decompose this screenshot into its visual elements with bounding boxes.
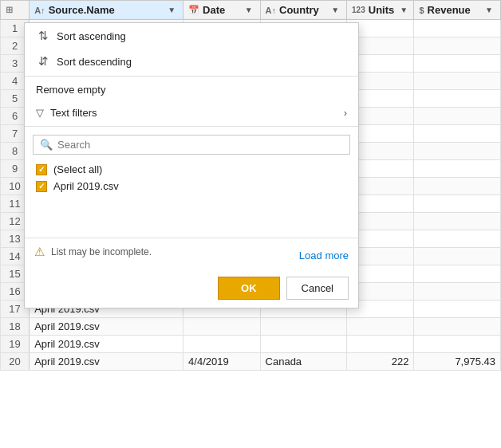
revenue-cell — [414, 20, 501, 37]
search-box: 🔍 — [33, 135, 350, 155]
ok-button[interactable]: OK — [218, 277, 280, 300]
checkmark-icon: ✓ — [38, 165, 45, 174]
table-row[interactable]: 20 April 2019.csv 4/4/2019 Canada 222 7,… — [1, 353, 501, 371]
col-date-label: Date — [203, 4, 225, 16]
select-all-label: (Select all) — [53, 163, 102, 175]
revenue-cell — [414, 248, 501, 265]
source-cell: April 2019.csv — [30, 318, 183, 336]
revenue-cell — [414, 73, 501, 90]
country-type-icon: A↑ — [266, 6, 276, 15]
text-filters-item[interactable]: ▽ Text filters › — [25, 101, 358, 124]
filter-icon: ▽ — [36, 107, 44, 119]
divider-2 — [25, 126, 358, 127]
incomplete-warning: ⚠ List may be incomplete. — [34, 245, 152, 259]
incomplete-warning-text: List may be incomplete. — [51, 246, 152, 257]
col-country-label: Country — [279, 4, 319, 16]
sort-descending-item[interactable]: ⇵ Sort descending — [25, 49, 358, 74]
revenue-cell — [414, 143, 501, 160]
source-dropdown-button[interactable]: ▼ — [165, 5, 178, 15]
units-type-icon: 123 — [352, 6, 365, 14]
filter-dropdown: ⇅ Sort ascending ⇵ Sort descending Remov… — [24, 22, 359, 308]
revenue-cell — [414, 108, 501, 125]
search-container: 🔍 — [25, 128, 358, 158]
dropdown-footer: ⚠ List may be incomplete. Load more — [25, 238, 358, 272]
col-units-label: Units — [369, 4, 395, 16]
date-cell — [183, 336, 260, 353]
table-row[interactable]: 18 April 2019.csv — [1, 318, 501, 336]
text-filters-left: ▽ Text filters — [36, 107, 97, 119]
row-num-icon: ⊞ — [6, 5, 13, 15]
april-csv-item[interactable]: ✓ April 2019.csv — [33, 178, 350, 195]
col-revenue-label: Revenue — [428, 4, 471, 16]
date-type-icon: 📅 — [188, 5, 199, 15]
search-input[interactable] — [57, 139, 343, 151]
date-cell: 4/4/2019 — [183, 353, 260, 371]
search-icon: 🔍 — [40, 139, 53, 151]
date-cell — [183, 318, 260, 336]
sort-ascending-label: Sort ascending — [57, 30, 126, 42]
april-csv-checkbox[interactable]: ✓ — [36, 181, 47, 192]
revenue-cell — [414, 283, 501, 301]
warning-row: ⚠ List may be incomplete. Load more — [34, 245, 349, 265]
revenue-cell — [414, 230, 501, 248]
country-cell: Canada — [260, 353, 347, 371]
units-cell: 222 — [347, 353, 414, 371]
revenue-cell — [414, 301, 501, 318]
col-header-source[interactable]: A↑ Source.Name ▼ — [30, 1, 183, 20]
cancel-button[interactable]: Cancel — [286, 277, 349, 300]
select-all-item[interactable]: ✓ (Select all) — [33, 161, 350, 178]
revenue-cell — [414, 265, 501, 283]
sort-asc-icon: ⇅ — [36, 29, 50, 43]
filter-checklist: ✓ (Select all) ✓ April 2019.csv — [25, 158, 358, 238]
chevron-right-icon: › — [344, 107, 347, 119]
source-type-icon: A↑ — [34, 6, 45, 15]
revenue-cell — [414, 125, 501, 143]
revenue-cell: 7,975.43 — [414, 353, 501, 371]
revenue-cell — [414, 318, 501, 336]
country-cell — [260, 318, 347, 336]
date-dropdown-button[interactable]: ▼ — [243, 5, 255, 15]
row-num-cell: 18 — [1, 318, 30, 336]
col-header-rownum: ⊞ — [1, 1, 30, 20]
country-dropdown-button[interactable]: ▼ — [329, 5, 341, 15]
revenue-cell — [414, 336, 501, 353]
sort-desc-icon: ⇵ — [36, 54, 50, 69]
country-cell — [260, 336, 347, 353]
warning-icon: ⚠ — [34, 245, 45, 259]
col-source-label: Source.Name — [49, 4, 115, 16]
divider-1 — [25, 76, 358, 77]
remove-empty-label: Remove empty — [36, 84, 105, 96]
revenue-cell — [414, 178, 501, 195]
april-csv-label: April 2019.csv — [53, 180, 119, 192]
revenue-cell — [414, 37, 501, 55]
main-container: ⊞ A↑ Source.Name ▼ 📅 Date ▼ — [0, 0, 501, 448]
revenue-type-icon: $ — [419, 6, 424, 15]
text-filters-label: Text filters — [50, 107, 97, 119]
remove-empty-item[interactable]: Remove empty — [25, 78, 358, 101]
revenue-cell — [414, 160, 501, 178]
select-all-checkbox[interactable]: ✓ — [36, 164, 47, 175]
units-cell — [347, 336, 414, 353]
sort-descending-label: Sort descending — [57, 56, 132, 68]
col-header-units[interactable]: 123 Units ▼ — [347, 1, 414, 20]
row-num-cell: 19 — [1, 336, 30, 353]
table-row[interactable]: 19 April 2019.csv — [1, 336, 501, 353]
source-cell: April 2019.csv — [30, 336, 183, 353]
revenue-cell — [414, 90, 501, 108]
col-header-revenue[interactable]: $ Revenue ▼ — [414, 1, 501, 20]
button-row: OK Cancel — [25, 272, 358, 308]
revenue-cell — [414, 195, 501, 213]
load-more-link[interactable]: Load more — [299, 250, 349, 261]
row-num-cell: 20 — [1, 353, 30, 371]
revenue-cell — [414, 55, 501, 73]
source-cell: April 2019.csv — [30, 353, 183, 371]
sort-ascending-item[interactable]: ⇅ Sort ascending — [25, 23, 358, 49]
units-dropdown-button[interactable]: ▼ — [397, 5, 410, 15]
col-header-country[interactable]: A↑ Country ▼ — [260, 1, 347, 20]
checkmark-icon-2: ✓ — [38, 182, 45, 191]
revenue-dropdown-button[interactable]: ▼ — [483, 5, 495, 15]
units-cell — [347, 318, 414, 336]
col-header-date[interactable]: 📅 Date ▼ — [183, 1, 260, 20]
revenue-cell — [414, 213, 501, 230]
